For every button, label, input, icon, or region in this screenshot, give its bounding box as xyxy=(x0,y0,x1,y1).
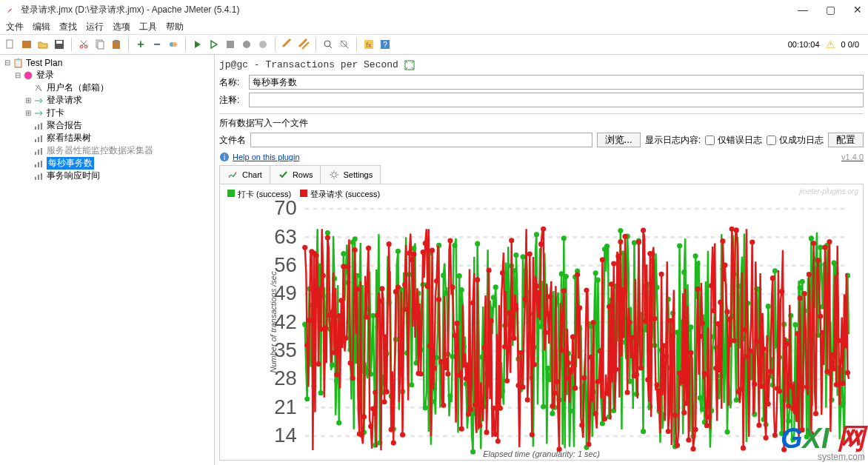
svg-point-531 xyxy=(809,431,814,436)
tree-toggle[interactable]: ⊟ xyxy=(3,58,12,67)
search-icon[interactable] xyxy=(321,37,335,52)
svg-point-411 xyxy=(536,290,541,295)
svg-point-177 xyxy=(550,411,555,416)
tree-item[interactable]: 事务响应时间 xyxy=(47,170,100,182)
browse-button[interactable]: 浏览... xyxy=(597,133,641,147)
svg-point-470 xyxy=(670,334,675,339)
svg-point-175 xyxy=(545,366,550,371)
window-minimize[interactable]: — xyxy=(798,4,808,16)
window-maximize[interactable]: ▢ xyxy=(826,4,835,16)
tree-item[interactable]: 察看结果树 xyxy=(47,132,91,144)
warning-icon[interactable]: ⚠ xyxy=(826,39,835,50)
svg-point-379 xyxy=(464,376,469,381)
svg-point-463 xyxy=(654,382,659,387)
log-label: 显示日志内容: xyxy=(645,134,701,147)
svg-point-536 xyxy=(820,330,825,335)
svg-point-315 xyxy=(318,327,324,332)
tab-rows[interactable]: Rows xyxy=(270,165,321,184)
svg-text:i: i xyxy=(224,153,225,161)
svg-point-366 xyxy=(434,278,439,284)
minus-icon[interactable]: − xyxy=(150,37,164,52)
run-notimer-icon[interactable] xyxy=(207,37,221,52)
toggle-icon[interactable] xyxy=(166,37,181,52)
run-icon[interactable] xyxy=(190,37,205,52)
name-input[interactable] xyxy=(249,75,864,90)
svg-point-509 xyxy=(758,384,764,389)
file-input[interactable] xyxy=(250,133,592,147)
tree-toggle[interactable]: ⊞ xyxy=(24,109,33,117)
only-success-checkbox[interactable]: 仅成功日志 xyxy=(767,134,824,147)
tree-thread-group[interactable]: 登录 xyxy=(36,69,54,81)
svg-rect-23 xyxy=(38,124,39,130)
svg-point-323 xyxy=(336,313,341,318)
tree-item[interactable]: 用户名（邮箱） xyxy=(47,81,109,94)
menu-search[interactable]: 查找 xyxy=(56,21,80,33)
tab-settings[interactable]: Settings xyxy=(320,165,381,184)
copy-icon[interactable] xyxy=(93,37,107,52)
new-icon[interactable] xyxy=(3,37,18,52)
tab-chart[interactable]: Chart xyxy=(219,165,270,184)
svg-point-412 xyxy=(538,241,544,247)
svg-point-390 xyxy=(489,318,494,324)
help-icon[interactable]: ? xyxy=(378,37,393,52)
tree-item[interactable]: 登录请求 xyxy=(47,94,82,107)
legend-entry-1: 打卡 (success) xyxy=(227,189,291,200)
svg-point-310 xyxy=(307,318,312,323)
config-button[interactable]: 配置 xyxy=(828,133,864,147)
menu-file[interactable]: 文件 xyxy=(3,21,27,33)
svg-point-525 xyxy=(795,331,800,336)
svg-point-136 xyxy=(457,273,462,278)
svg-point-172 xyxy=(538,324,544,329)
svg-point-498 xyxy=(734,227,739,232)
svg-text:35: 35 xyxy=(274,338,296,361)
plus-icon[interactable]: + xyxy=(133,37,148,52)
function-icon[interactable]: fx xyxy=(361,37,376,52)
open-icon[interactable] xyxy=(36,37,50,52)
tree-item[interactable]: 服务器性能监控数据采集器 xyxy=(47,144,153,157)
svg-point-421 xyxy=(559,348,564,353)
menu-run[interactable]: 运行 xyxy=(83,21,107,33)
tree-toggle[interactable]: ⊟ xyxy=(13,71,22,79)
tree-toggle[interactable]: ⊞ xyxy=(24,96,33,104)
menu-help[interactable]: 帮助 xyxy=(163,21,187,33)
comment-input[interactable] xyxy=(249,93,864,107)
svg-point-365 xyxy=(432,366,437,371)
svg-point-417 xyxy=(550,404,555,409)
svg-point-372 xyxy=(447,238,453,244)
stop-icon[interactable] xyxy=(223,37,238,52)
save-icon[interactable] xyxy=(52,37,67,52)
menu-edit[interactable]: 编辑 xyxy=(30,21,53,33)
clear-icon[interactable] xyxy=(280,37,295,52)
shutdown-icon[interactable] xyxy=(239,37,254,52)
only-error-checkbox[interactable]: 仅错误日志 xyxy=(705,134,762,147)
templates-icon[interactable] xyxy=(19,37,34,52)
expand-icon[interactable] xyxy=(404,60,415,70)
svg-point-371 xyxy=(445,371,450,376)
svg-point-492 xyxy=(720,238,725,244)
svg-point-497 xyxy=(732,338,737,344)
tree-item[interactable]: 打卡 xyxy=(47,107,64,119)
svg-point-130 xyxy=(443,290,448,295)
search-reset-icon[interactable] xyxy=(337,37,352,52)
svg-point-443 xyxy=(609,281,614,287)
help-link[interactable]: Help on this plugin xyxy=(233,153,300,161)
svg-point-121 xyxy=(423,405,428,410)
tree-item-selected[interactable]: 每秒事务数 xyxy=(47,157,94,170)
tree-root[interactable]: Test Plan xyxy=(26,58,62,68)
svg-point-435 xyxy=(591,320,596,325)
menu-options[interactable]: 选项 xyxy=(110,21,133,33)
svg-point-400 xyxy=(511,335,516,341)
svg-rect-7 xyxy=(98,41,104,49)
tree-item[interactable]: 聚合报告 xyxy=(47,119,82,132)
clear-all-icon[interactable] xyxy=(296,37,311,52)
paste-icon[interactable] xyxy=(109,37,124,52)
svg-point-477 xyxy=(686,438,691,443)
file-label: 文件名 xyxy=(219,134,246,147)
remote-stop-icon[interactable] xyxy=(256,37,270,52)
cut-icon[interactable] xyxy=(76,37,91,52)
menu-tools[interactable]: 工具 xyxy=(136,21,160,33)
svg-point-309 xyxy=(304,343,310,348)
window-close[interactable]: ✕ xyxy=(853,4,862,16)
svg-point-420 xyxy=(557,446,562,452)
svg-point-402 xyxy=(515,383,521,388)
